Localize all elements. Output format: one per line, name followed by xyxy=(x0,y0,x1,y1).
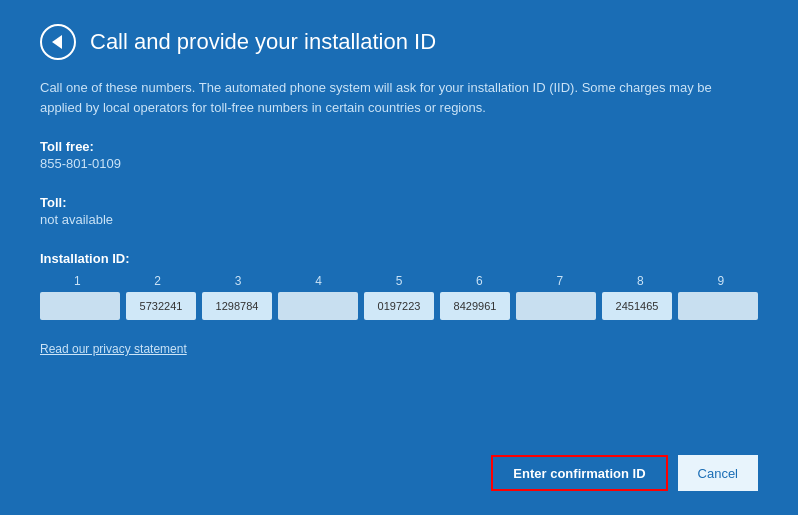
id-numbers-row: 123456789 xyxy=(40,274,758,288)
id-field-2: 5732241 xyxy=(126,292,196,320)
toll-free-label: Toll free: xyxy=(40,139,758,154)
id-col-number-2: 2 xyxy=(120,274,194,288)
enter-confirmation-button[interactable]: Enter confirmation ID xyxy=(491,455,667,491)
toll-label: Toll: xyxy=(40,195,758,210)
id-col-number-1: 1 xyxy=(40,274,114,288)
cancel-button[interactable]: Cancel xyxy=(678,455,758,491)
id-field-7[interactable] xyxy=(516,292,596,320)
back-arrow-icon xyxy=(52,35,62,49)
id-field-1[interactable] xyxy=(40,292,120,320)
footer: Enter confirmation ID Cancel xyxy=(40,439,758,491)
header: Call and provide your installation ID xyxy=(40,24,758,60)
back-button[interactable] xyxy=(40,24,76,60)
toll-value: not available xyxy=(40,212,758,227)
id-col-number-7: 7 xyxy=(523,274,597,288)
id-field-8: 2451465 xyxy=(602,292,672,320)
id-col-number-3: 3 xyxy=(201,274,275,288)
id-col-number-4: 4 xyxy=(281,274,355,288)
privacy-link[interactable]: Read our privacy statement xyxy=(40,342,758,356)
id-field-5: 0197223 xyxy=(364,292,434,320)
installation-id-grid: 123456789 573224112987840197223842996124… xyxy=(40,274,758,320)
id-col-number-9: 9 xyxy=(684,274,758,288)
toll-free-section: Toll free: 855-801-0109 xyxy=(40,139,758,185)
id-field-4[interactable] xyxy=(278,292,358,320)
description-text: Call one of these numbers. The automated… xyxy=(40,78,740,117)
installation-id-label: Installation ID: xyxy=(40,251,758,266)
toll-free-value: 855-801-0109 xyxy=(40,156,758,171)
id-col-number-6: 6 xyxy=(442,274,516,288)
page-container: Call and provide your installation ID Ca… xyxy=(0,0,798,515)
page-title: Call and provide your installation ID xyxy=(90,29,436,55)
id-col-number-5: 5 xyxy=(362,274,436,288)
installation-id-section: Installation ID: 123456789 5732241129878… xyxy=(40,251,758,320)
id-col-number-8: 8 xyxy=(603,274,677,288)
toll-section: Toll: not available xyxy=(40,195,758,241)
id-field-9[interactable] xyxy=(678,292,758,320)
id-field-3: 1298784 xyxy=(202,292,272,320)
id-field-6: 8429961 xyxy=(440,292,510,320)
id-fields-row: 57322411298784019722384299612451465 xyxy=(40,292,758,320)
